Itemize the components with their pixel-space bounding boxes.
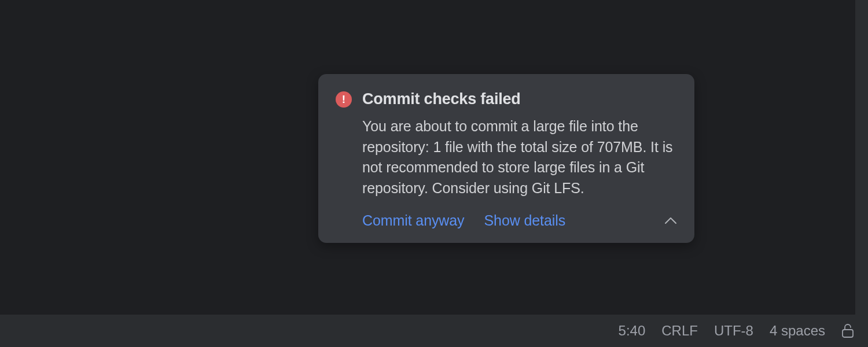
statusbar: 5:40 CRLF UTF-8 4 spaces	[0, 315, 868, 347]
cursor-position[interactable]: 5:40	[619, 323, 646, 339]
notification-body: You are about to commit a large file int…	[362, 116, 677, 198]
right-gutter	[855, 0, 868, 315]
notification-title: Commit checks failed	[362, 90, 521, 108]
notification-actions: Commit anyway Show details	[362, 212, 677, 229]
commit-anyway-link[interactable]: Commit anyway	[362, 212, 465, 229]
lock-icon[interactable]	[841, 323, 854, 338]
error-icon: !	[336, 91, 352, 108]
file-encoding[interactable]: UTF-8	[714, 323, 753, 339]
notification-header: ! Commit checks failed	[336, 90, 677, 108]
indent-setting[interactable]: 4 spaces	[770, 323, 825, 339]
notification-popup: ! Commit checks failed You are about to …	[318, 74, 694, 243]
chevron-up-icon[interactable]	[664, 217, 677, 225]
svg-rect-0	[843, 330, 853, 337]
line-separator[interactable]: CRLF	[661, 323, 698, 339]
show-details-link[interactable]: Show details	[484, 212, 566, 229]
